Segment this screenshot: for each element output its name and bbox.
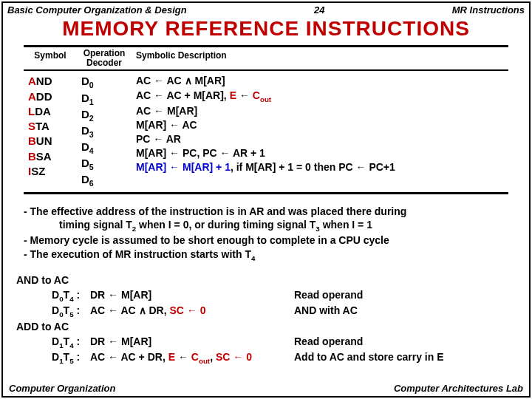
sym-lda: LDA	[28, 104, 72, 119]
footer-bar: Computer Organization Computer Architect…	[3, 383, 529, 394]
dec-4: D4	[81, 140, 127, 156]
op-add-r2-expr: AC ← AC + DR, E ← Cout, SC ← 0	[90, 350, 294, 366]
op-and-r2-cmt: AND with AC	[294, 304, 516, 320]
footer-left: Computer Organization	[9, 383, 115, 394]
sym-bsa: BSA	[28, 149, 72, 164]
note-2: - Memory cycle is assumed to be short en…	[24, 233, 508, 248]
notes-block: - The effective address of the instructi…	[24, 205, 508, 264]
dec-5: D5	[81, 156, 127, 172]
dec-2: D2	[81, 107, 127, 123]
sym-sta: STA	[28, 119, 72, 134]
op-add-r2-label: D1T5 :	[16, 350, 90, 366]
table-header-row: Symbol OperationDecoder Symbolic Descrip…	[24, 47, 508, 71]
desc-sta: M[AR] ← AC	[136, 118, 504, 132]
desc-bun: PC ← AR	[136, 132, 504, 146]
op-add-r1: D1T4 : DR ← M[AR] Read operand	[16, 335, 516, 351]
dec-3: D3	[81, 123, 127, 140]
header-left: Basic Computer Organization & Design	[7, 4, 187, 16]
op-add-r1-cmt: Read operand	[294, 335, 516, 351]
op-and-r1-expr: DR ← M[AR]	[90, 288, 294, 304]
sym-add: ADD	[28, 89, 72, 104]
slide-page: Basic Computer Organization & Design 24 …	[1, 1, 531, 398]
dec-1: D1	[81, 91, 127, 107]
header-bar: Basic Computer Organization & Design 24 …	[3, 3, 529, 16]
op-and-r1-label: D0T4 :	[16, 288, 90, 304]
table-body: AND ADD LDA STA BUN BSA ISZ D0 D1 D2 D3 …	[24, 71, 508, 191]
dec-0: D0	[81, 74, 127, 90]
dec-6: D6	[81, 172, 127, 188]
sym-and: AND	[28, 74, 72, 89]
op-and-r2-expr: AC ← AC ∧ DR, SC ← 0	[90, 304, 294, 320]
note-1a: - The effective address of the instructi…	[24, 205, 508, 219]
instruction-table: Symbol OperationDecoder Symbolic Descrip…	[24, 45, 508, 194]
note-3: - The execution of MR instruction starts…	[24, 248, 508, 263]
op-add-title: ADD to AC	[16, 320, 516, 335]
op-and-r2-label: D0T5 :	[16, 304, 90, 320]
desc-bsa: M[AR] ← PC, PC ← AR + 1	[136, 146, 504, 160]
desc-isz: M[AR] ← M[AR] + 1, if M[AR] + 1 = 0 then…	[136, 160, 504, 174]
col-decoder: D0 D1 D2 D3 D4 D5 D6	[77, 71, 132, 191]
header-page-num: 24	[314, 4, 324, 16]
note-1b: timing signal T2 when I = 0, or during t…	[24, 218, 508, 233]
op-and-r2: D0T5 : AC ← AC ∧ DR, SC ← 0 AND with AC	[16, 304, 516, 320]
col-symbol: AND ADD LDA STA BUN BSA ISZ	[24, 71, 77, 191]
sym-isz: ISZ	[28, 164, 72, 179]
header-right: MR Instructions	[452, 4, 525, 16]
th-decoder: OperationDecoder	[77, 47, 132, 69]
op-and-title: AND to AC	[16, 273, 516, 288]
slide-title: MEMORY REFERENCE INSTRUCTIONS	[3, 17, 529, 41]
col-description: AC ← AC ∧ M[AR] AC ← AC + M[AR], E ← Cou…	[132, 71, 508, 191]
footer-right: Computer Architectures Lab	[394, 383, 523, 394]
op-add-r1-expr: DR ← M[AR]	[90, 335, 294, 351]
desc-lda: AC ← M[AR]	[136, 104, 504, 118]
operations-block: AND to AC D0T4 : DR ← M[AR] Read operand…	[16, 273, 516, 366]
op-add-r2-cmt: Add to AC and store carry in E	[294, 350, 516, 366]
desc-add: AC ← AC + M[AR], E ← Cout	[136, 89, 504, 104]
op-and-r1: D0T4 : DR ← M[AR] Read operand	[16, 288, 516, 304]
th-description: Symbolic Description	[132, 47, 508, 69]
desc-and: AC ← AC ∧ M[AR]	[136, 74, 504, 89]
th-symbol: Symbol	[24, 47, 77, 69]
op-and-r1-cmt: Read operand	[294, 288, 516, 304]
sym-bun: BUN	[28, 134, 72, 149]
op-add-r2: D1T5 : AC ← AC + DR, E ← Cout, SC ← 0 Ad…	[16, 350, 516, 366]
op-add-r1-label: D1T4 :	[16, 335, 90, 351]
